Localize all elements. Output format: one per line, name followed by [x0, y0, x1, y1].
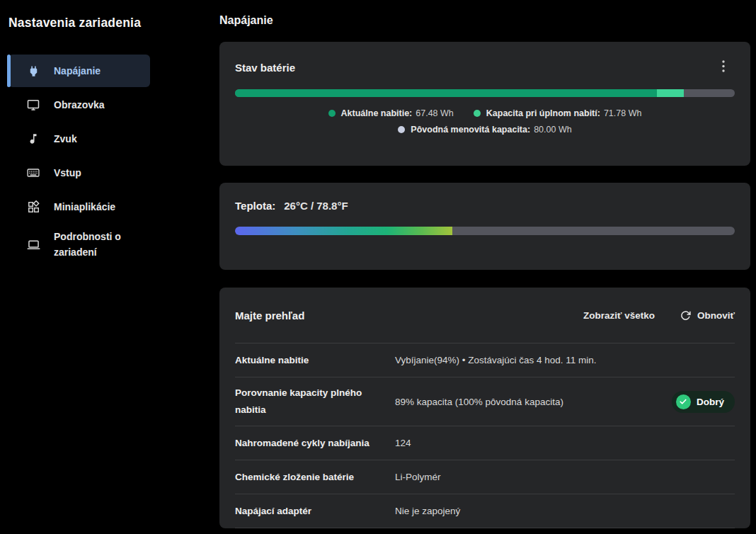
sidebar-item-label: Podrobnosti o zariadení	[54, 229, 143, 260]
sidebar-item-label: Obrazovka	[54, 97, 143, 113]
battery-legend: Aktuálne nabitie: 67.48 Wh Kapacita pri …	[235, 108, 735, 135]
temperature-bar	[235, 227, 735, 235]
keyboard-icon	[25, 165, 41, 181]
monitor-icon	[25, 97, 41, 113]
legend-full-charge-capacity: Kapacita pri úplnom nabití: 71.78 Wh	[474, 108, 642, 118]
music-note-icon	[25, 131, 41, 147]
legend-dot	[328, 110, 336, 117]
current-charge-segment	[235, 89, 657, 97]
table-row-battery-chemistry: Chemické zloženie batérie Li-Polymér	[235, 460, 735, 494]
main-content: Napájanie Stav batérie Aktuálne nabitie:…	[219, 0, 750, 528]
battery-status-card: Stav batérie Aktuálne nabitie: 67.48 Wh …	[219, 42, 750, 166]
sidebar-item-obrazovka[interactable]: Obrazovka	[8, 89, 150, 121]
sidebar-title: Nastavenia zariadenia	[8, 16, 212, 30]
table-row-charge-cycles: Nahromadené cykly nabíjania 124	[235, 426, 735, 460]
temperature-label: Teplota:	[235, 200, 275, 212]
legend-current-charge: Aktuálne nabitie: 67.48 Wh	[328, 108, 454, 118]
legend-design-capacity: Pôvodná menovitá kapacita: 80.00 Wh	[398, 125, 571, 135]
sidebar-item-vstup[interactable]: Vstup	[8, 157, 150, 189]
sidebar-item-label: Miniaplikácie	[54, 199, 143, 215]
sidebar-nav: Napájanie Obrazovka Zvuk Vstup	[8, 55, 212, 264]
sidebar: Nastavenia zariadenia Napájanie Obrazovk…	[0, 0, 212, 534]
temperature-card: Teplota: 26°C / 78.8°F	[219, 183, 750, 270]
temperature-value: 26°C / 78.8°F	[284, 200, 348, 212]
refresh-icon	[680, 310, 691, 321]
battery-card-title: Stav batérie	[235, 62, 295, 74]
power-plug-icon	[25, 63, 41, 79]
kebab-menu-icon[interactable]	[718, 59, 729, 76]
sidebar-item-label: Napájanie	[54, 63, 143, 79]
overview-card-title: Majte prehľad	[235, 309, 304, 322]
check-circle-icon	[676, 394, 691, 409]
sidebar-item-miniaplikacie[interactable]: Miniaplikácie	[8, 191, 150, 223]
selected-accent-bar	[7, 55, 11, 87]
show-all-button[interactable]: Zobraziť všetko	[583, 310, 655, 321]
table-row-full-charge-comparison: Porovnanie kapacity plného nabitia 89% k…	[235, 377, 735, 426]
sidebar-item-label: Zvuk	[54, 131, 143, 147]
sidebar-item-zvuk[interactable]: Zvuk	[8, 123, 150, 155]
table-row-power-adapter: Napájací adaptér Nie je zapojený	[235, 494, 735, 528]
widgets-icon	[25, 199, 41, 215]
laptop-icon	[25, 237, 41, 252]
sidebar-item-label: Vstup	[54, 165, 143, 181]
table-row-current-charge: Aktuálne nabitie Vybíjanie(94%) • Zostáv…	[235, 343, 735, 377]
temperature-bar-fill	[235, 227, 452, 235]
full-capacity-segment	[657, 89, 684, 97]
refresh-button[interactable]: Obnoviť	[680, 310, 735, 321]
legend-dot	[398, 126, 405, 133]
page-title: Napájanie	[219, 14, 750, 27]
overview-card: Majte prehľad Zobraziť všetko Obnoviť Ak…	[219, 288, 750, 528]
sidebar-item-napajanie[interactable]: Napájanie	[8, 55, 150, 87]
legend-dot	[474, 110, 481, 117]
sidebar-item-podrobnosti-o-zariadeni[interactable]: Podrobnosti o zariadení	[8, 225, 150, 264]
status-badge: Dobrý	[672, 391, 735, 413]
battery-capacity-bar	[235, 89, 735, 97]
